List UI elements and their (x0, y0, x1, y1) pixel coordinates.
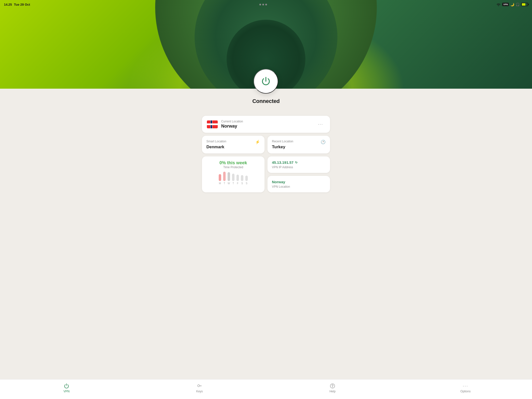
ip-value: 45.13.191.57 (272, 160, 294, 165)
vpn-location-label: VPN Location (272, 185, 315, 188)
ip-label: VPN IP Address (272, 166, 315, 169)
stats-percent: 0% this week (206, 160, 260, 166)
vpn-location-name: Norway (272, 180, 315, 184)
main-content: Connected Current Location Norway ··· Sm… (0, 0, 315, 236)
status-bar: 14.25 Tue 29 Oct VPN 🌙 🎧 (0, 0, 315, 9)
bar-sunday (245, 176, 248, 181)
bar-day-s2: S (246, 182, 248, 185)
bar-day-t1: T (224, 182, 225, 185)
bar-wrap-f: F (236, 175, 239, 185)
norway-flag (207, 120, 218, 128)
norway-flag-cross (207, 120, 218, 128)
bar-day-m: M (219, 182, 221, 185)
recent-location-type: Recent Location (272, 140, 293, 143)
bar-wrap-m: M (219, 174, 221, 185)
recent-location-header: Recent Location 🕐 (272, 140, 315, 145)
bar-wrap-t1: T (223, 172, 226, 185)
status-dot-1 (259, 4, 261, 5)
smart-location-type: Smart Location (206, 140, 226, 143)
status-dot-2 (262, 4, 264, 5)
bar-day-f: F (237, 182, 238, 185)
power-container: Connected (252, 69, 280, 104)
time-protected-card: 0% this week Time Protected M T W (202, 156, 265, 192)
bar-chart: M T W T F (206, 172, 260, 185)
bolt-icon: ⚡ (255, 140, 260, 144)
bar-monday (219, 174, 221, 181)
bar-day-s1: S (241, 182, 243, 185)
bar-tuesday (223, 172, 226, 181)
bar-wrap-s1: S (241, 175, 243, 185)
current-location-card[interactable]: Current Location Norway ··· (202, 116, 315, 133)
stats-row: 0% this week Time Protected M T W (202, 156, 315, 192)
norway-flag-bg (207, 120, 218, 128)
status-dot-3 (265, 4, 267, 5)
bar-wednesday (228, 172, 230, 181)
stats-label: Time Protected (206, 166, 260, 169)
bar-friday (236, 175, 239, 181)
power-button[interactable] (254, 69, 278, 94)
smart-location-header: Smart Location ⚡ (206, 140, 260, 145)
bar-wrap-t2: T (232, 174, 234, 185)
vpn-ip-card: 45.13.191.57 ↻ VPN IP Address (267, 156, 315, 173)
cards-section: Current Location Norway ··· Smart Locati… (202, 116, 315, 192)
vpn-location-card: Norway VPN Location (267, 176, 315, 192)
refresh-icon[interactable]: ↻ (295, 161, 298, 164)
status-center-dots (259, 4, 267, 5)
bar-saturday (241, 175, 243, 181)
bar-wrap-w: W (228, 172, 230, 185)
bar-wrap-s2: S (245, 176, 248, 185)
ip-address: 45.13.191.57 ↻ (272, 160, 315, 165)
current-location-info: Current Location Norway (221, 120, 313, 129)
smart-location-card[interactable]: Smart Location ⚡ Denmark (202, 136, 265, 153)
power-icon (260, 75, 272, 87)
connected-label: Connected (252, 98, 280, 104)
bar-day-t2: T (233, 182, 234, 185)
status-date: Tue 29 Oct (14, 3, 30, 6)
right-col: 45.13.191.57 ↻ VPN IP Address Norway VPN… (267, 156, 315, 192)
bar-thursday (232, 174, 234, 181)
current-location-type: Current Location (221, 120, 313, 123)
recent-location-name: Turkey (272, 145, 315, 150)
location-row: Smart Location ⚡ Denmark Recent Location… (202, 136, 315, 153)
recent-location-card[interactable]: Recent Location 🕐 Turkey (267, 136, 315, 153)
bar-day-w: W (228, 182, 230, 185)
smart-location-name: Denmark (206, 145, 260, 150)
status-time: 14.25 (4, 3, 12, 6)
current-location-name: Norway (221, 124, 313, 129)
